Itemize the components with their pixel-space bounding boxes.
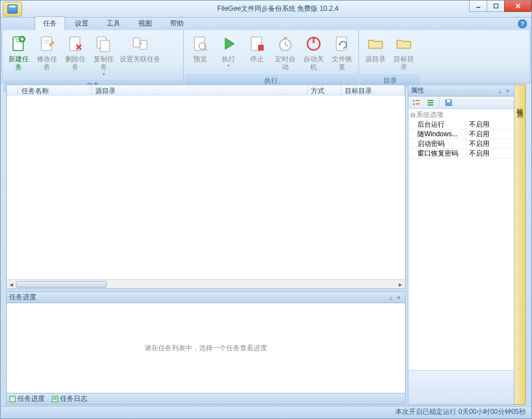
menubar: 任务 设置 工具 视图 帮助 ?	[1, 18, 531, 30]
stop-icon	[248, 35, 266, 53]
app-icon[interactable]	[3, 2, 22, 16]
execute-button[interactable]: 执行	[214, 32, 243, 74]
main-area: 任务名称 源目录 方式 目标目录 ◂ ▸ 任务进度 ⟂	[6, 85, 526, 405]
shutdown-icon	[305, 35, 323, 53]
close-panel-icon[interactable]: ×	[395, 294, 403, 301]
properties-footer	[408, 370, 514, 404]
side-tab-label: 软件信息	[515, 102, 525, 107]
app-window: FileGee文件同步备份系统 免费版 10.2.4 任务 设置 工具 视图 帮…	[0, 0, 532, 419]
properties-body: ⊟ 系统选项 后台运行 不启用 随Windows... 不启用 启动密码 不启用	[408, 109, 514, 370]
col-task-name[interactable]: 任务名称	[18, 85, 92, 95]
toolbar-separator	[439, 98, 440, 107]
col-icon[interactable]	[7, 85, 18, 95]
scroll-left-arrow[interactable]: ◂	[7, 280, 16, 289]
edit-task-button[interactable]: 修改任务	[33, 32, 61, 79]
svg-rect-17	[100, 40, 109, 52]
tab-task-log[interactable]: 任务日志	[52, 394, 87, 404]
col-target-dir[interactable]: 目标目录	[341, 85, 405, 95]
task-list-header: 任务名称 源目录 方式 目标目录	[7, 85, 405, 95]
property-row[interactable]: 启动密码 不启用	[409, 139, 513, 149]
task-list-body[interactable]: ◂ ▸	[7, 95, 405, 288]
ribbon: 新建任务 修改任务 删除任务 复制任务 设置关联任务	[2, 30, 530, 83]
window-controls	[470, 1, 531, 12]
property-group-label: 系统选项	[416, 110, 444, 120]
folder-dst-icon	[395, 35, 413, 53]
alphabetic-icon[interactable]	[425, 98, 434, 107]
scroll-thumb[interactable]	[16, 281, 107, 288]
svg-rect-34	[10, 396, 15, 402]
folder-src-icon	[366, 35, 385, 53]
progress-tabs: 任务进度 任务日志	[7, 393, 405, 404]
minimize-button[interactable]	[469, 1, 487, 12]
new-task-icon	[10, 35, 28, 53]
property-row[interactable]: 随Windows... 不启用	[409, 129, 513, 139]
properties-toolbar	[408, 97, 514, 109]
left-column: 任务名称 源目录 方式 目标目录 ◂ ▸ 任务进度 ⟂	[6, 85, 406, 405]
categorize-icon[interactable]	[412, 98, 421, 107]
property-row[interactable]: 后台运行 不启用	[409, 120, 513, 129]
col-mode[interactable]: 方式	[307, 85, 341, 95]
task-list-panel: 任务名称 源目录 方式 目标目录 ◂ ▸	[6, 85, 406, 289]
col-source-dir[interactable]: 源目录	[92, 85, 307, 95]
svg-rect-1	[494, 4, 498, 8]
svg-rect-29	[284, 37, 287, 39]
progress-title: 任务进度	[9, 292, 387, 302]
source-dir-button[interactable]: 源目录	[361, 32, 390, 74]
close-panel-icon[interactable]: ×	[504, 87, 512, 94]
maximize-button[interactable]	[487, 1, 505, 12]
property-row[interactable]: 窗口恢复密码 不启用	[409, 149, 513, 158]
progress-placeholder: 请在任务列表中，选择一个任务查看进度	[145, 343, 267, 353]
tab-task-progress[interactable]: 任务进度	[9, 394, 45, 404]
status-text: 本次开启已稳定运行 0天00小时00分钟05秒	[395, 407, 526, 417]
statusbar: 本次开启已稳定运行 0天00小时00分钟05秒	[2, 406, 530, 417]
side-tab-info[interactable]: 软件信息	[514, 85, 526, 405]
timer-button[interactable]: 定时自动	[271, 32, 299, 74]
svg-rect-39	[413, 103, 415, 105]
help-icon[interactable]: ?	[518, 19, 527, 28]
svg-rect-32	[336, 37, 347, 51]
file-restore-button[interactable]: 文件恢复	[328, 32, 356, 74]
progress-tab-icon	[9, 396, 16, 403]
right-column: 属性 ⟂ × ⊟ 系统选项 后台运行	[408, 85, 526, 405]
progress-panel: 任务进度 ⟂ × 请在任务列表中，选择一个任务查看进度 任务进度 任务日志	[6, 291, 406, 405]
copy-task-icon	[95, 35, 113, 53]
pin-icon[interactable]: ⟂	[496, 87, 504, 94]
tab-task[interactable]: 任务	[35, 16, 65, 30]
preview-button[interactable]: 预览	[186, 32, 214, 74]
titlebar: FileGee文件同步备份系统 免费版 10.2.4	[1, 1, 531, 18]
pin-icon[interactable]: ⟂	[387, 294, 395, 301]
window-title: FileGee文件同步备份系统 免费版 10.2.4	[24, 4, 531, 14]
progress-body: 请在任务列表中，选择一个任务查看进度	[7, 303, 405, 393]
properties-panel: 属性 ⟂ × ⊟ 系统选项 后台运行	[408, 85, 514, 405]
link-task-icon	[131, 35, 149, 53]
svg-line-22	[205, 48, 207, 51]
save-icon[interactable]	[444, 98, 453, 107]
copy-task-button[interactable]: 复制任务	[90, 32, 118, 79]
collapse-icon[interactable]: ⊟	[409, 112, 416, 118]
timer-icon	[276, 35, 294, 53]
play-icon	[219, 35, 238, 53]
restore-icon	[333, 35, 351, 53]
ribbon-group-execute: 预览 执行 停止 定时自动 自动关机	[184, 30, 359, 83]
tab-tools[interactable]: 工具	[98, 16, 129, 30]
delete-task-icon	[66, 35, 85, 53]
horizontal-scrollbar[interactable]: ◂ ▸	[7, 279, 405, 288]
svg-marker-23	[225, 38, 234, 49]
preview-icon	[191, 35, 209, 53]
tab-help[interactable]: 帮助	[162, 16, 192, 30]
target-dir-button[interactable]: 目标目录	[390, 32, 418, 74]
delete-task-button[interactable]: 删除任务	[61, 32, 90, 79]
scroll-right-arrow[interactable]: ▸	[396, 280, 405, 289]
tab-settings[interactable]: 设置	[66, 16, 97, 30]
new-task-button[interactable]: 新建任务	[5, 32, 33, 79]
ribbon-group-dir: 源目录 目标目录 目录	[359, 30, 421, 83]
link-task-button[interactable]: 设置关联任务	[118, 32, 162, 79]
stop-button[interactable]: 停止	[243, 32, 271, 74]
tab-view[interactable]: 视图	[130, 16, 161, 30]
close-button[interactable]	[504, 1, 531, 12]
progress-titlebar: 任务进度 ⟂ ×	[7, 292, 405, 303]
svg-rect-25	[258, 45, 264, 51]
property-group-row[interactable]: ⊟ 系统选项	[409, 110, 513, 120]
auto-shutdown-button[interactable]: 自动关机	[299, 32, 328, 74]
ribbon-group-task: 新建任务 修改任务 删除任务 复制任务 设置关联任务	[2, 30, 184, 83]
